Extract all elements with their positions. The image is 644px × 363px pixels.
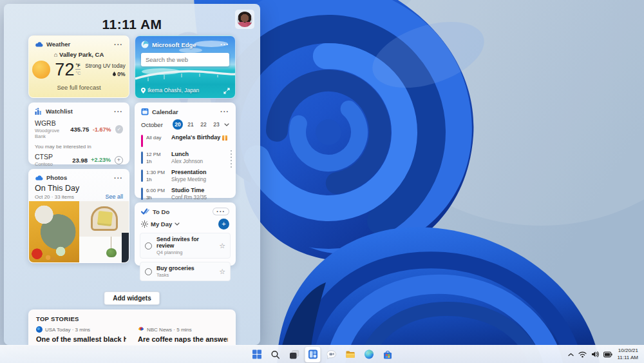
photos-menu-button[interactable]: ···	[114, 175, 123, 181]
edge-title: Microsoft Edge	[152, 41, 196, 48]
news-source: USA Today · 3 mins	[45, 327, 90, 333]
edge-widget[interactable]: Microsoft Edge ··· Ikema Ohashi, Japan	[135, 35, 236, 99]
calendar-date-23[interactable]: 23	[211, 119, 222, 130]
task-row[interactable]: Send invites for reviewQ4 planning ☆	[140, 233, 231, 259]
task-title: Send invites for review	[156, 236, 214, 249]
photo-thumbnail-still-life[interactable]	[29, 201, 79, 262]
news-headline: One of the smallest black holes — and	[36, 335, 126, 343]
add-task-button[interactable]: +	[218, 219, 229, 230]
star-icon[interactable]: ☆	[219, 268, 225, 276]
search-icon	[271, 350, 280, 359]
stock-added-button[interactable]: ✓	[115, 125, 123, 133]
unit-celsius[interactable]: °C	[75, 70, 80, 76]
tray-date: 10/20/21	[617, 348, 638, 354]
widgets-icon	[308, 349, 317, 359]
task-view-icon	[289, 350, 299, 359]
stock-add-button[interactable]: +	[115, 156, 123, 164]
photo-thumbnail-chair[interactable]	[79, 201, 129, 262]
wifi-icon[interactable]	[578, 351, 587, 358]
news-story[interactable]: NBC News · 5 mins Are coffee naps the an…	[138, 326, 228, 343]
star-icon[interactable]: ☆	[219, 242, 225, 250]
widgets-button[interactable]	[305, 347, 321, 362]
top-stories-panel: TOP STORIES USA Today · 3 mins One of th…	[28, 309, 236, 345]
search-input[interactable]	[146, 56, 231, 63]
pillow-graphic	[97, 211, 112, 226]
chair-graphic	[91, 206, 118, 231]
unit-fahrenheit[interactable]: °F	[75, 63, 80, 70]
edge-menu-button[interactable]: ···	[220, 42, 229, 47]
stock-change: -1.67%	[89, 126, 111, 133]
watchlist-suggestion-label: You may be interested in	[29, 139, 129, 151]
calendar-date-22[interactable]: 22	[198, 119, 209, 130]
weather-precip: 0%	[113, 71, 125, 77]
start-button[interactable]	[249, 347, 265, 362]
watchlist-title: Watchlist	[46, 108, 73, 115]
top-stories-label: TOP STORIES	[29, 310, 235, 326]
stock-price: 435.75	[70, 126, 89, 133]
avatar	[237, 12, 252, 27]
calendar-event[interactable]: 1:30 PM1h PresentationSkype Meeting	[135, 167, 235, 185]
gift-icon	[222, 135, 227, 141]
stock-row-wgrb[interactable]: WGRB Woodgrove Bank 435.75 -1.67% ✓	[29, 117, 129, 139]
edge-photo-caption: Ikema Ohashi, Japan	[141, 87, 199, 93]
store-button[interactable]	[380, 347, 395, 362]
weather-menu-button[interactable]: ···	[114, 42, 123, 47]
stock-symbol: CTSP	[35, 153, 72, 161]
tray-chevron-up-icon[interactable]	[568, 353, 574, 357]
see-all-link[interactable]: See all	[105, 193, 123, 200]
tray-time: 11:11 AM	[617, 355, 638, 361]
sunny-icon	[32, 61, 50, 79]
photos-widget[interactable]: Photos ··· On This Day Oct 20 · 33 items…	[28, 169, 129, 263]
battery-icon[interactable]	[603, 351, 612, 358]
check-icon: ✓	[117, 126, 121, 132]
chat-button[interactable]	[324, 347, 339, 362]
chevron-down-icon[interactable]	[175, 222, 180, 226]
calendar-title: Calendar	[152, 108, 178, 115]
nbc-news-logo-icon	[138, 326, 144, 333]
task-checkbox[interactable]	[145, 242, 152, 250]
task-checkbox[interactable]	[145, 268, 152, 275]
scroll-indicator[interactable]	[231, 150, 232, 168]
chevron-down-icon[interactable]	[224, 123, 229, 126]
volume-icon[interactable]	[591, 351, 599, 358]
stock-price: 23.98	[72, 157, 88, 164]
tray-clock[interactable]: 10/20/21 11:11 AM	[617, 348, 638, 361]
weather-widget[interactable]: Weather ··· ⌂ Valley Park, CA 72 °F °C S…	[28, 35, 129, 98]
watchlist-widget[interactable]: Watchlist ··· WGRB Woodgrove Bank 435.75…	[28, 103, 129, 164]
calendar-date-21[interactable]: 21	[185, 119, 196, 130]
event-time: All day	[146, 134, 168, 141]
stock-symbol: WGRB	[35, 119, 70, 127]
todo-widget[interactable]: To Do ··· My Day + Send invites for revi…	[135, 202, 236, 266]
panel-clock: 11:11 AM	[4, 17, 260, 32]
task-view-button[interactable]	[287, 347, 302, 362]
photo-edge-graphic	[122, 233, 129, 262]
profile-button[interactable]	[235, 10, 254, 29]
news-story[interactable]: USA Today · 3 mins One of the smallest b…	[36, 326, 126, 343]
todo-menu-button[interactable]: ···	[213, 208, 229, 215]
stock-row-ctsp[interactable]: CTSP Contoso 23.98 +2.23% +	[29, 151, 129, 167]
calendar-event[interactable]: All day Angela's Birthday	[135, 132, 235, 149]
see-full-forecast-link[interactable]: See full forecast	[29, 84, 129, 91]
task-subtitle: Tasks	[156, 272, 194, 278]
expand-icon[interactable]	[223, 88, 230, 94]
calendar-event[interactable]: 12 PM1h LunchAlex Johnson	[135, 149, 235, 167]
task-row[interactable]: Buy groceriesTasks ☆	[140, 262, 231, 281]
task-subtitle: Q4 planning	[156, 250, 214, 255]
calendar-menu-button[interactable]: ···	[220, 109, 229, 114]
calendar-date-20[interactable]: 20	[173, 119, 183, 130]
file-explorer-button[interactable]	[343, 347, 358, 362]
event-title: Studio Time	[171, 187, 207, 194]
watchlist-menu-button[interactable]: ···	[114, 109, 123, 114]
edge-icon	[364, 349, 374, 359]
calendar-month: October	[141, 121, 163, 128]
task-title: Buy groceries	[156, 265, 194, 271]
edge-search-box[interactable]	[141, 53, 229, 66]
calendar-event[interactable]: 6:00 PM3h Studio TimeConf Rm 32/35	[135, 185, 235, 203]
search-button[interactable]	[268, 347, 283, 362]
event-color-bar	[141, 188, 143, 200]
calendar-widget[interactable]: Calendar ··· October 20 21 22 23 All day…	[135, 103, 236, 198]
todo-title: To Do	[153, 208, 169, 215]
edge-button[interactable]	[361, 347, 377, 362]
todo-list-selector[interactable]: My Day	[151, 221, 172, 228]
add-widgets-button[interactable]: Add widgets	[104, 291, 160, 305]
